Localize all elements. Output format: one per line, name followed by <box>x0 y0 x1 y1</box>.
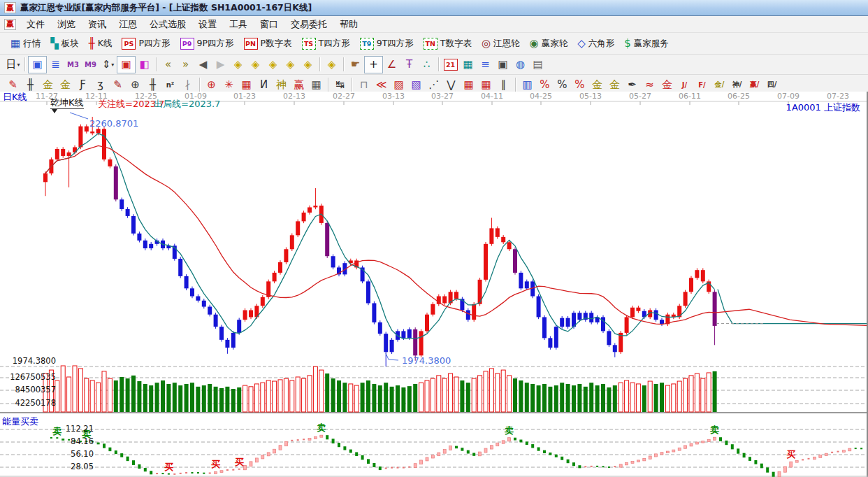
toolbar-sectors-button[interactable]: ▚板块 <box>45 36 84 51</box>
draw-slope-arrows-button[interactable]: ⋰ <box>425 77 442 93</box>
draw-target-circle-button[interactable]: ⊕ <box>203 77 220 93</box>
nav-crosshair-tool-button[interactable]: + <box>364 56 383 73</box>
menu-item-9[interactable]: 帮助 <box>333 17 364 31</box>
draw-parallel-lines-button[interactable]: ∥ <box>495 77 512 93</box>
draw-gold-line-button[interactable]: 金 <box>606 77 623 93</box>
nav-candle-style-button[interactable]: ⇕▾ <box>99 57 117 73</box>
draw-grid-circle-button[interactable]: ▦ <box>238 77 255 93</box>
nav-diamond-nav-4-button[interactable]: ◈ <box>282 57 299 73</box>
draw-shen-tool-button[interactable]: 神 <box>273 77 290 93</box>
toolbar-hexagon-button[interactable]: ◇六角形 <box>572 36 619 51</box>
kline-type-dropdown[interactable]: 乾坤K线 <box>50 98 84 109</box>
draw-price-comb-button[interactable]: ╫ <box>22 77 39 93</box>
nav-diamond-nav-2-button[interactable]: ◈ <box>247 57 264 73</box>
nav-prev-bar-button[interactable]: ◀ <box>194 57 212 73</box>
toolbar-t-square-button[interactable]: TST四方形 <box>297 36 355 51</box>
toolbar-winner-service-button[interactable]: $赢家服务 <box>619 36 674 51</box>
draw-comb-2-button[interactable]: ╫ <box>144 77 161 93</box>
nav-angle-tool-button[interactable]: ∠ <box>383 57 400 73</box>
volume-axis-label-2: 84500357 <box>0 385 56 394</box>
nav-qiankun-toggle-button[interactable]: ▣ <box>117 56 136 73</box>
nav-diamond-nav-1-button[interactable]: ◈ <box>229 57 247 73</box>
menu-item-2[interactable]: 资讯 <box>82 17 113 31</box>
nav-distribution-chart-button[interactable]: ◧ <box>136 57 153 73</box>
draw-angle-pen-button[interactable]: ✎ <box>4 77 22 93</box>
nav-gann-text-tool-button[interactable]: Ŧ <box>400 57 418 73</box>
draw-shen-angle-button[interactable]: 神/ <box>728 77 746 93</box>
nav-chart-window-button[interactable]: ▣ <box>28 56 47 73</box>
draw-percent-line-red-button[interactable]: % <box>536 77 554 93</box>
draw-grid-arrow-button[interactable]: ▦ <box>477 77 495 93</box>
draw-circle-ruler-button[interactable]: ⊕ <box>126 77 144 93</box>
draw-number-grid-button[interactable]: ▦ <box>308 77 325 93</box>
menu-item-8[interactable]: 交易委托 <box>284 17 333 31</box>
chart-area[interactable] <box>0 92 868 477</box>
draw-ray-fan-button[interactable]: ≪ <box>372 77 390 93</box>
toolbar-gann-wheel-button[interactable]: ◎江恩轮 <box>477 36 525 51</box>
draw-gann-wheel-small-button[interactable]: ✳ <box>220 77 238 93</box>
nav-save-button[interactable]: ▣ <box>494 57 512 73</box>
menu-item-4[interactable]: 公式选股 <box>143 17 192 31</box>
draw-box-rays-button[interactable]: ▨ <box>390 77 407 93</box>
menu-item-5[interactable]: 设置 <box>192 17 223 31</box>
toolbar-9t-square-button[interactable]: T99T四方形 <box>355 36 419 51</box>
toolbar-market-quotes-button[interactable]: ▦行情 <box>6 36 45 51</box>
draw-ying-angle-button[interactable]: 赢/ <box>746 77 763 93</box>
nav-diamond-nav-3-button[interactable]: ◈ <box>264 57 282 73</box>
title-bar[interactable]: 赢 赢家江恩专业版[赢家内部服务平台] - [上证指数 SH1A0001-167… <box>0 0 868 16</box>
nav-browser-button[interactable]: ◍ <box>512 57 529 73</box>
draw-red-grid-button[interactable]: ▦ <box>460 77 477 93</box>
draw-gold-box-red-button[interactable]: 金 <box>658 77 676 93</box>
menu-item-1[interactable]: 浏览 <box>51 17 82 31</box>
draw-n-square-button[interactable]: n² <box>161 77 179 93</box>
nav-print-button[interactable]: ▤ <box>529 57 547 73</box>
draw-f-angle-button[interactable]: F/ <box>693 77 711 93</box>
nav-m3-indicator-button[interactable]: M3 <box>64 57 82 73</box>
ray-fan-icon: ≪ <box>376 78 387 91</box>
nav-last-bar-button[interactable]: » <box>177 57 194 73</box>
nav-period-selector-button[interactable]: 日▾ <box>4 57 22 73</box>
draw-gold-comb-2-button[interactable]: 金 <box>57 77 74 93</box>
toolbar-p-square-button[interactable]: PSP四方形 <box>117 36 175 51</box>
toolbar-kline-button[interactable]: ╫K线 <box>84 36 117 51</box>
nav-calendar-button[interactable]: 21 <box>442 57 459 73</box>
draw-gold-circle-button[interactable]: 金 <box>588 77 606 93</box>
nav-notes-button[interactable]: ≡ <box>477 57 494 73</box>
toolbar-p-number-table-button[interactable]: PNP数字表 <box>239 36 297 51</box>
draw-zigzag-button[interactable]: ⋁ <box>442 77 460 93</box>
draw-spiral-comb-button[interactable]: ʒ <box>92 77 109 93</box>
draw-ink-pen-button[interactable]: ✒ <box>623 77 641 93</box>
draw-box-diagonal-button[interactable]: ▧ <box>407 77 425 93</box>
nav-pattern-tool-button[interactable]: ∴ <box>418 57 435 73</box>
draw-percent-plain-button[interactable]: % <box>554 77 571 93</box>
draw-ying-tool-button[interactable]: 赢 <box>290 77 308 93</box>
draw-percent-under-button[interactable]: % <box>571 77 588 93</box>
toolbar-9p-square-button[interactable]: P99P四方形 <box>175 36 239 51</box>
draw-j-angle-button[interactable]: J/ <box>676 77 693 93</box>
menu-item-0[interactable]: 文件 <box>20 17 51 31</box>
draw-f-comb-button[interactable]: Ƒ <box>74 77 92 93</box>
draw-bisector-button[interactable]: ∤ <box>179 77 196 93</box>
draw-percent-frame-button[interactable]: ▥ <box>519 77 536 93</box>
toolbar-t-number-table-button[interactable]: TNT数字表 <box>419 36 477 51</box>
nav-hand-tool-button[interactable]: ☛ <box>347 57 364 73</box>
draw-h-measure-button[interactable]: ↹ <box>331 77 349 93</box>
menu-item-7[interactable]: 窗口 <box>254 17 284 31</box>
nav-calculator-button[interactable]: ▦ <box>459 57 477 73</box>
toolbar-winner-wheel-button[interactable]: ◉赢家轮 <box>525 36 573 51</box>
menu-item-3[interactable]: 江恩 <box>113 17 143 31</box>
draw-wave-tool-button[interactable]: ≈ <box>641 77 658 93</box>
menu-item-6[interactable]: 工具 <box>223 17 254 31</box>
nav-m9-indicator-button[interactable]: M9 <box>82 57 99 73</box>
draw-si-angle-button[interactable]: 四/ <box>763 77 781 93</box>
nav-diamond-nav-5-button[interactable]: ◈ <box>299 57 317 73</box>
draw-gold-angle-button[interactable]: 金/ <box>711 77 728 93</box>
draw-gold-comb-1-button[interactable]: 金 <box>39 77 57 93</box>
nav-first-bar-button[interactable]: « <box>159 57 177 73</box>
nav-diamond-nav-6-button[interactable]: ◈ <box>323 57 340 73</box>
draw-box-select-button[interactable]: ⊓ <box>355 77 372 93</box>
draw-yin-line-button[interactable]: И <box>255 77 273 93</box>
draw-measure-pen-button[interactable]: ✎ <box>109 77 126 93</box>
nav-next-bar-button[interactable]: ▶ <box>212 57 229 73</box>
nav-info-list-button[interactable]: ≣ <box>47 57 64 73</box>
